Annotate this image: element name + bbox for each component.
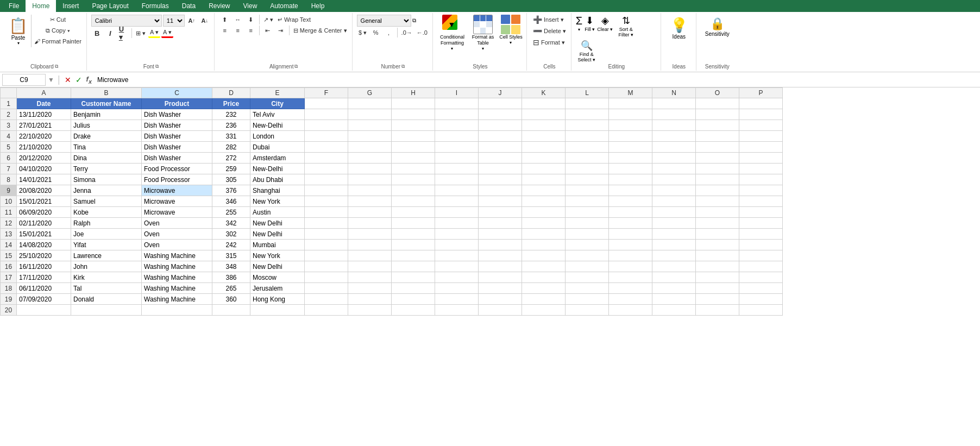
empty-cell-r14-c8[interactable]: [652, 240, 696, 250]
empty-cell-r12-c6[interactable]: [566, 218, 609, 229]
empty-cell-r10-c4[interactable]: [479, 196, 522, 207]
empty-cell-r15-c6[interactable]: [566, 250, 609, 261]
empty-header-7[interactable]: [609, 98, 652, 109]
empty-cell-r17-c0[interactable]: [305, 272, 348, 283]
tab-page-layout[interactable]: Page Layout: [85, 0, 135, 12]
indent-dec-button[interactable]: ⇤: [262, 26, 274, 35]
empty-cell-r14-c5[interactable]: [522, 240, 566, 250]
empty-cell-r11-c5[interactable]: [522, 207, 566, 218]
cell-b6[interactable]: Dina: [71, 153, 142, 164]
empty-cell-r2-c0[interactable]: [305, 109, 348, 120]
empty-cell-r3-c5[interactable]: [522, 120, 566, 131]
empty-cell-r11-c6[interactable]: [566, 207, 609, 218]
dec-decimal-button[interactable]: ←.0: [415, 28, 429, 37]
empty-cell-r7-c1[interactable]: [348, 164, 392, 174]
inc-decimal-button[interactable]: .0→: [400, 28, 414, 37]
cell-d17[interactable]: 386: [212, 272, 250, 283]
format-button[interactable]: ⊟ Format ▾: [531, 37, 567, 47]
cell-c5[interactable]: Dish Washer: [142, 142, 212, 153]
empty-cell-r3-c9[interactable]: [696, 120, 739, 131]
empty-cell-r5-c1[interactable]: [348, 142, 392, 153]
cell-b19[interactable]: Donald: [71, 294, 142, 305]
empty-cell-r15-c10[interactable]: [739, 250, 783, 261]
align-bottom-button[interactable]: ⬇: [245, 15, 257, 24]
empty-cell-r7-c4[interactable]: [479, 164, 522, 174]
empty-cell-r2-c1[interactable]: [348, 109, 392, 120]
fill-color-button[interactable]: A ▾: [148, 28, 160, 38]
empty-cell-r11-c10[interactable]: [739, 207, 783, 218]
empty-cell-r13-c4[interactable]: [479, 229, 522, 240]
cell-c4[interactable]: Dish Washer: [142, 131, 212, 142]
orientation-button[interactable]: ↗ ▾: [262, 15, 275, 24]
font-label[interactable]: Font ⧉: [91, 62, 211, 71]
align-middle-button[interactable]: ↔: [232, 15, 244, 24]
cell-b13[interactable]: Joe: [71, 229, 142, 240]
header-cell-1[interactable]: Date: [17, 98, 71, 109]
empty-cell-r5-c7[interactable]: [609, 142, 652, 153]
empty-cell-r11-c7[interactable]: [609, 207, 652, 218]
empty-cell-r3-c2[interactable]: [392, 120, 435, 131]
empty-cell-r13-c3[interactable]: [435, 229, 479, 240]
empty-cell-r17-c8[interactable]: [652, 272, 696, 283]
col-header-a[interactable]: A: [17, 88, 71, 98]
cell-d15[interactable]: 315: [212, 250, 250, 261]
cell-a13[interactable]: 15/01/2021: [17, 229, 71, 240]
cell-c18[interactable]: Washing Machine: [142, 283, 212, 294]
empty-cell-r4-c0[interactable]: [305, 131, 348, 142]
empty-cell-r8-c7[interactable]: [609, 174, 652, 185]
empty-cell-r18-c7[interactable]: [609, 283, 652, 294]
tab-formulas[interactable]: Formulas: [135, 0, 175, 12]
empty-cell-r11-c0[interactable]: [305, 207, 348, 218]
empty-cell-r14-c3[interactable]: [435, 240, 479, 250]
cell-e13[interactable]: New Delhi: [250, 229, 305, 240]
cell-a19[interactable]: 07/09/2020: [17, 294, 71, 305]
cell-e19[interactable]: Hong Kong: [250, 294, 305, 305]
align-top-button[interactable]: ⬆: [219, 15, 231, 24]
editing-label[interactable]: Editing: [576, 62, 657, 71]
empty-cell-r9-c10[interactable]: [739, 185, 783, 196]
cell-a9[interactable]: 20/08/2020: [17, 185, 71, 196]
empty-last-7[interactable]: [392, 305, 435, 316]
cell-b4[interactable]: Drake: [71, 131, 142, 142]
empty-cell-r6-c6[interactable]: [566, 153, 609, 164]
percent-button[interactable]: %: [370, 28, 382, 37]
cell-a2[interactable]: 13/11/2020: [17, 109, 71, 120]
cell-d9[interactable]: 376: [212, 185, 250, 196]
empty-cell-r19-c7[interactable]: [609, 294, 652, 305]
empty-cell-r11-c1[interactable]: [348, 207, 392, 218]
cell-d18[interactable]: 265: [212, 283, 250, 294]
empty-cell-r5-c5[interactable]: [522, 142, 566, 153]
empty-cell-r15-c9[interactable]: [696, 250, 739, 261]
empty-last-11[interactable]: [566, 305, 609, 316]
cell-d4[interactable]: 331: [212, 131, 250, 142]
empty-cell-r13-c8[interactable]: [652, 229, 696, 240]
col-header-f[interactable]: F: [305, 88, 348, 98]
align-center-button[interactable]: ≡: [232, 26, 244, 35]
empty-last-9[interactable]: [479, 305, 522, 316]
empty-cell-r12-c4[interactable]: [479, 218, 522, 229]
empty-cell-r8-c8[interactable]: [652, 174, 696, 185]
cell-a8[interactable]: 14/01/2021: [17, 174, 71, 185]
empty-last-4[interactable]: [250, 305, 305, 316]
insert-function-button[interactable]: fx: [85, 75, 93, 85]
empty-cell-r6-c8[interactable]: [652, 153, 696, 164]
empty-cell-r12-c0[interactable]: [305, 218, 348, 229]
empty-cell-r8-c1[interactable]: [348, 174, 392, 185]
comma-button[interactable]: ,: [383, 28, 395, 37]
empty-cell-r4-c6[interactable]: [566, 131, 609, 142]
cell-b17[interactable]: Kirk: [71, 272, 142, 283]
empty-cell-r15-c1[interactable]: [348, 250, 392, 261]
empty-cell-r4-c7[interactable]: [609, 131, 652, 142]
empty-cell-r6-c5[interactable]: [522, 153, 566, 164]
underline-button[interactable]: U ▾: [117, 28, 129, 39]
empty-cell-r8-c9[interactable]: [696, 174, 739, 185]
empty-cell-r12-c8[interactable]: [652, 218, 696, 229]
cell-c13[interactable]: Oven: [142, 229, 212, 240]
number-format-select[interactable]: GeneralNumberCurrencyPercentageDate: [357, 15, 411, 27]
cell-d12[interactable]: 342: [212, 218, 250, 229]
cell-e4[interactable]: London: [250, 131, 305, 142]
empty-last-15[interactable]: [739, 305, 783, 316]
empty-header-5[interactable]: [522, 98, 566, 109]
empty-cell-r17-c3[interactable]: [435, 272, 479, 283]
empty-cell-r2-c9[interactable]: [696, 109, 739, 120]
